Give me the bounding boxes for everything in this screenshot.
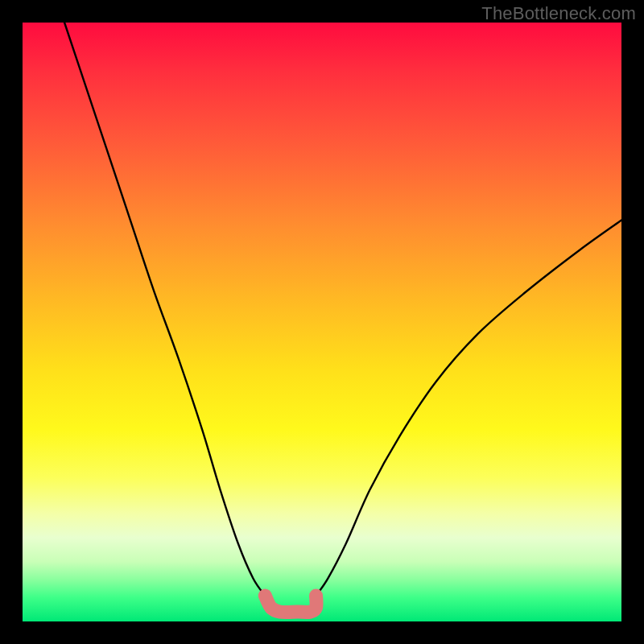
curves-svg: [23, 23, 621, 621]
curve-left: [64, 23, 265, 596]
plot-area: [23, 23, 621, 621]
curve-right: [316, 221, 621, 596]
chart-frame: TheBottleneck.com: [0, 0, 644, 644]
watermark-text: TheBottleneck.com: [481, 3, 636, 24]
valley-marker: [265, 596, 316, 612]
